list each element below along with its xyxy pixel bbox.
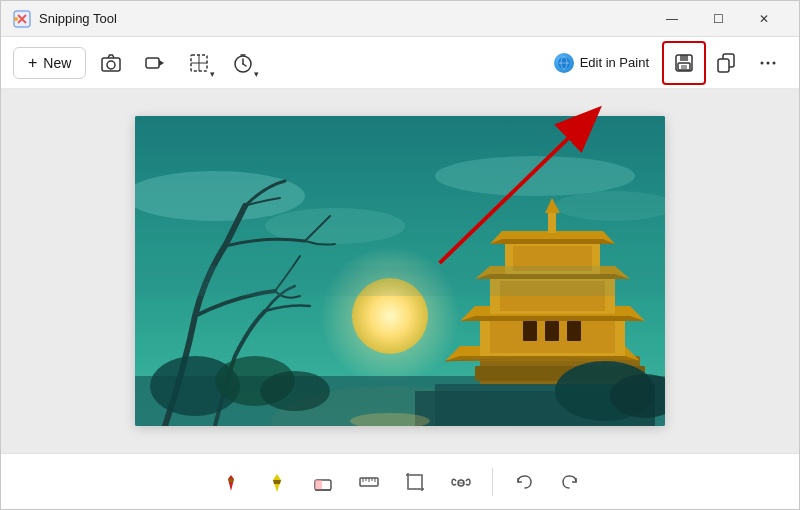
svg-marker-54 (490, 239, 615, 244)
new-button[interactable]: + New (13, 47, 86, 79)
edit-in-paint-button[interactable]: Edit in Paint (542, 47, 661, 79)
svg-marker-68 (228, 475, 234, 491)
svg-point-31 (435, 156, 635, 196)
svg-point-5 (107, 61, 115, 69)
redo-button[interactable] (551, 463, 589, 501)
new-plus-icon: + (28, 54, 37, 72)
snip-mode-button[interactable] (180, 44, 218, 82)
more-options-button[interactable] (749, 44, 787, 82)
svg-rect-81 (408, 475, 422, 489)
window-controls: — ☐ ✕ (649, 3, 787, 35)
svg-rect-6 (146, 58, 159, 68)
svg-marker-46 (460, 316, 645, 321)
video-icon (144, 52, 166, 74)
ruler-tool-button[interactable] (350, 463, 388, 501)
svg-point-26 (773, 61, 776, 64)
redo-icon (560, 472, 580, 492)
svg-marker-69 (228, 479, 234, 482)
ruler-icon (358, 471, 380, 493)
copy-button[interactable] (707, 44, 745, 82)
new-label: New (43, 55, 71, 71)
save-button[interactable] (665, 44, 703, 82)
crop-icon (404, 471, 426, 493)
title-bar: Snipping Tool — ☐ ✕ (1, 1, 799, 37)
redact-icon (450, 471, 472, 493)
svg-rect-59 (567, 321, 581, 341)
video-mode-button[interactable] (136, 44, 174, 82)
separator (492, 468, 493, 496)
pen-tool-button[interactable] (212, 463, 250, 501)
app-icon (13, 10, 31, 28)
svg-rect-73 (315, 480, 322, 490)
bottom-toolbar (1, 453, 799, 509)
svg-rect-58 (545, 321, 559, 341)
svg-marker-7 (159, 60, 164, 66)
highlighter-tool-button[interactable] (258, 463, 296, 501)
save-button-wrapper (665, 44, 703, 82)
svg-rect-19 (680, 55, 688, 61)
redact-tool-button[interactable] (442, 463, 480, 501)
svg-rect-57 (523, 321, 537, 341)
svg-point-25 (767, 61, 770, 64)
highlighter-icon (266, 471, 288, 493)
eraser-tool-button[interactable] (304, 463, 342, 501)
screenshot-mode-button[interactable] (92, 44, 130, 82)
more-icon (758, 53, 778, 73)
svg-point-38 (260, 371, 330, 411)
svg-rect-21 (681, 65, 687, 69)
content-area (1, 89, 799, 453)
app-title: Snipping Tool (39, 11, 649, 26)
copy-icon (716, 53, 736, 73)
main-toolbar: + New (1, 37, 799, 89)
toolbar-right: Edit in Paint (542, 44, 787, 82)
eraser-icon (312, 471, 334, 493)
undo-button[interactable] (505, 463, 543, 501)
minimize-button[interactable]: — (649, 3, 695, 35)
camera-icon (100, 52, 122, 74)
save-icon (674, 53, 694, 73)
svg-rect-65 (135, 266, 665, 296)
snip-mode-icon (188, 52, 210, 74)
crop-tool-button[interactable] (396, 463, 434, 501)
svg-rect-55 (548, 211, 556, 233)
screenshot-preview (135, 116, 665, 426)
maximize-button[interactable]: ☐ (695, 3, 741, 35)
delay-timer-button[interactable] (224, 44, 262, 82)
paint-globe-icon (554, 53, 574, 73)
svg-line-13 (243, 64, 246, 66)
pen-icon (220, 471, 242, 493)
close-button[interactable]: ✕ (741, 3, 787, 35)
svg-point-3 (14, 17, 18, 21)
timer-icon (232, 52, 254, 74)
svg-marker-71 (273, 480, 281, 484)
window: Snipping Tool — ☐ ✕ + New (0, 0, 800, 510)
undo-icon (514, 472, 534, 492)
edit-in-paint-label: Edit in Paint (580, 55, 649, 70)
svg-rect-23 (718, 59, 729, 72)
svg-point-24 (761, 61, 764, 64)
